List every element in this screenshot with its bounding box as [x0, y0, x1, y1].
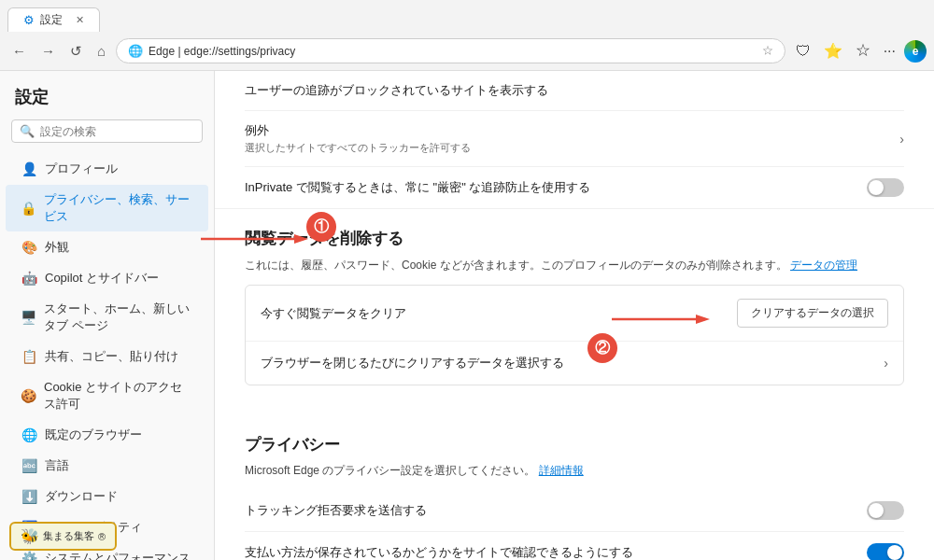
browser-tab[interactable]: ⚙ 設定 ✕ [7, 7, 100, 32]
newtab-icon: 🖥️ [21, 310, 36, 325]
tab-title: 設定 [40, 12, 63, 28]
clear-on-close-label: ブラウザーを閉じるたびにクリアするデータを選択する [261, 355, 564, 371]
annotation-circle-1: ① [306, 212, 336, 242]
close-tab-button[interactable]: ✕ [76, 14, 84, 26]
address-security-icon: 🌐 [128, 44, 143, 58]
exceptions-chevron-icon: › [899, 132, 904, 147]
show-blocked-sites-label: ユーザーの追跡がブロックされているサイトを表示する [245, 82, 548, 99]
refresh-button[interactable]: ↺ [65, 40, 87, 63]
home-button[interactable]: ⌂ [92, 40, 110, 62]
clear-now-row: 今すぐ閲覧データをクリア クリアするデータの選択 [246, 286, 903, 342]
watermark-text: 集まる集客 [43, 529, 94, 543]
address-bar[interactable]: 🌐 Edge | edge://settings/privacy ☆ [116, 38, 785, 63]
clear-section-desc: これには、履歴、パスワード、Cookie などが含まれます。このプロフィールのデ… [245, 257, 904, 273]
sidebar-item-profile[interactable]: 👤 プロフィール [6, 154, 208, 184]
sidebar-item-label-language: 言語 [45, 457, 69, 474]
sidebar-item-cookies[interactable]: 🍪 Cookie とサイトのアクセス許可 [6, 372, 208, 419]
sidebar-item-copilot[interactable]: 🤖 Copilot とサイドバー [6, 263, 208, 293]
copilot-icon: 🤖 [21, 271, 37, 286]
profile-icon: 👤 [21, 161, 37, 176]
cookies-icon: 🍪 [21, 388, 36, 403]
clear-on-close-row[interactable]: ブラウザーを閉じるたびにクリアするデータを選択する › [246, 342, 903, 385]
sidebar-item-newtab[interactable]: 🖥️ スタート、ホーム、新しいタブ ページ [6, 294, 208, 341]
appearance-icon: 🎨 [21, 240, 37, 255]
collections-toolbar-button[interactable]: ☆ [851, 37, 875, 64]
payment-toggle[interactable] [867, 543, 904, 560]
show-blocked-sites-row: ユーザーの追跡がブロックされているサイトを表示する [245, 71, 904, 111]
manage-data-link[interactable]: データの管理 [790, 259, 857, 272]
tracking-row: トラッキング拒否要求を送信する [245, 490, 904, 532]
inprivate-row: InPrivate で閲覧するときは、常に "厳密" な追跡防止を使用する [245, 167, 904, 208]
sharing-icon: 📋 [21, 349, 37, 364]
settings-content: ユーザーの追跡がブロックされているサイトを表示する 例外 選択したサイトですべて… [215, 71, 934, 560]
sidebar-item-privacy[interactable]: 🔒 プライバシー、検索、サービス [6, 185, 208, 231]
forward-button[interactable]: → [36, 40, 60, 62]
annotation-circle-2: ② [587, 333, 617, 363]
sidebar-item-label-newtab: スタート、ホーム、新しいタブ ページ [44, 301, 193, 334]
watermark: 🐝 集まる集客 ® [9, 522, 117, 551]
clear-on-close-chevron-icon: › [884, 356, 888, 371]
sidebar-item-appearance[interactable]: 🎨 外観 [6, 232, 208, 262]
sidebar-item-language[interactable]: 🔤 言語 [6, 451, 208, 481]
system-icon: ⚙️ [21, 551, 37, 560]
sidebar-item-label-profile: プロフィール [45, 161, 118, 177]
sidebar-item-download[interactable]: ⬇️ ダウンロード [6, 482, 208, 511]
settings-sidebar: 設定 🔍 👤 プロフィール 🔒 プライバシー、検索、サービス 🎨 外観 🤖 Co… [0, 71, 215, 560]
language-icon: 🔤 [21, 458, 37, 473]
sidebar-item-label-appearance: 外観 [45, 239, 69, 256]
clear-data-button[interactable]: クリアするデータの選択 [737, 299, 888, 328]
tracking-label: トラッキング拒否要求を送信する [245, 502, 427, 519]
sidebar-item-label-download: ダウンロード [45, 488, 118, 505]
privacy-icon: 🔒 [21, 201, 36, 216]
sidebar-item-label-privacy: プライバシー、検索、サービス [44, 191, 193, 225]
settings-search-box[interactable]: 🔍 [11, 119, 203, 143]
sidebar-item-sharing[interactable]: 📋 共有、コピー、貼り付け [6, 342, 208, 371]
inprivate-label: InPrivate で閲覧するときは、常に "厳密" な追跡防止を使用する [245, 179, 590, 196]
settings-search-input[interactable] [40, 125, 194, 138]
sidebar-item-label-system: システムとパフォーマンス [45, 550, 191, 560]
more-tools-button[interactable]: ··· [879, 39, 900, 63]
sidebar-item-default[interactable]: 🌐 既定のブラウザー [6, 420, 208, 450]
address-text: Edge | edge://settings/privacy [149, 45, 757, 58]
shield-toolbar-button[interactable]: 🛡 [791, 39, 815, 63]
back-button[interactable]: ← [7, 40, 31, 62]
privacy-section-desc: Microsoft Edge のプライバシー設定を選択してください。 詳細情報 [245, 463, 904, 479]
privacy-section-title: プライバシー [245, 415, 904, 463]
download-icon: ⬇️ [21, 489, 37, 504]
clear-section-title: 閲覧データを削除する [245, 209, 904, 257]
privacy-details-link[interactable]: 詳細情報 [539, 464, 584, 477]
sidebar-item-label-sharing: 共有、コピー、貼り付け [45, 348, 178, 365]
tracking-toggle[interactable] [867, 501, 904, 520]
clear-now-label: 今すぐ閲覧データをクリア [261, 305, 406, 322]
settings-title: 設定 [0, 82, 214, 119]
tab-icon: ⚙ [23, 13, 35, 27]
clear-data-section: 今すぐ閲覧データをクリア クリアするデータの選択 ブラウザーを閉じるたびにクリア… [245, 285, 904, 385]
payment-label: 支払い方法が保存されているかどうかをサイトで確認できるようにする [245, 544, 633, 560]
favorites-toolbar-button[interactable]: ⭐ [819, 38, 847, 63]
inprivate-toggle[interactable] [867, 178, 904, 197]
exceptions-row[interactable]: 例外 選択したサイトですべてのトラッカーを許可する › [245, 111, 904, 167]
payment-row: 支払い方法が保存されているかどうかをサイトで確認できるようにする [245, 532, 904, 560]
sidebar-item-label-cookies: Cookie とサイトのアクセス許可 [44, 379, 193, 413]
address-star-icon[interactable]: ☆ [762, 43, 773, 59]
edge-logo: e [904, 40, 927, 63]
search-icon: 🔍 [20, 124, 35, 138]
watermark-registered: ® [98, 531, 106, 542]
default-browser-icon: 🌐 [21, 427, 37, 442]
sidebar-item-label-copilot: Copilot とサイドバー [45, 270, 159, 287]
exceptions-sublabel: 選択したサイトですべてのトラッカーを許可する [245, 141, 471, 155]
exceptions-label: 例外 [245, 122, 471, 139]
sidebar-item-label-default: 既定のブラウザー [45, 427, 142, 443]
